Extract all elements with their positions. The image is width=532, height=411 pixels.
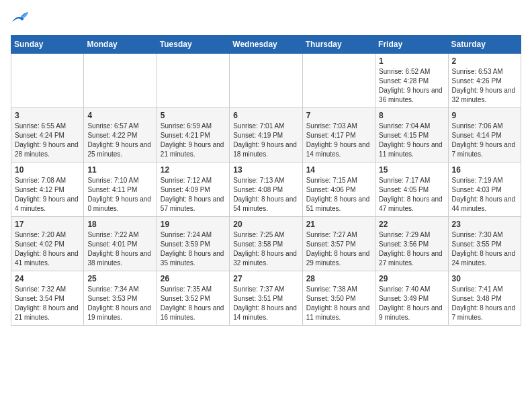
header-cell-saturday: Saturday: [448, 36, 521, 54]
day-cell: 25Sunrise: 7:34 AM Sunset: 3:53 PM Dayli…: [84, 271, 157, 326]
day-number: 21: [306, 220, 371, 229]
day-number: 4: [87, 111, 152, 120]
day-info: Sunrise: 7:22 AM Sunset: 4:01 PM Dayligh…: [87, 230, 152, 268]
day-cell: 21Sunrise: 7:27 AM Sunset: 3:57 PM Dayli…: [302, 217, 375, 271]
day-cell: 23Sunrise: 7:30 AM Sunset: 3:55 PM Dayli…: [448, 217, 521, 271]
page-header: [11, 11, 521, 27]
day-info: Sunrise: 7:01 AM Sunset: 4:19 PM Dayligh…: [233, 122, 298, 159]
day-number: 7: [306, 111, 371, 120]
day-cell: 26Sunrise: 7:35 AM Sunset: 3:52 PM Dayli…: [157, 271, 229, 326]
day-number: 30: [452, 274, 517, 283]
day-info: Sunrise: 7:37 AM Sunset: 3:51 PM Dayligh…: [233, 285, 298, 322]
day-cell: [157, 54, 229, 108]
day-cell: 10Sunrise: 7:08 AM Sunset: 4:12 PM Dayli…: [11, 163, 84, 217]
day-number: 3: [15, 111, 80, 120]
day-info: Sunrise: 7:08 AM Sunset: 4:12 PM Dayligh…: [15, 176, 80, 214]
day-info: Sunrise: 7:13 AM Sunset: 4:08 PM Dayligh…: [233, 176, 298, 214]
day-info: Sunrise: 7:04 AM Sunset: 4:15 PM Dayligh…: [379, 122, 444, 159]
day-cell: 9Sunrise: 7:06 AM Sunset: 4:14 PM Daylig…: [448, 108, 521, 163]
day-number: 19: [161, 220, 226, 229]
day-cell: 19Sunrise: 7:24 AM Sunset: 3:59 PM Dayli…: [157, 217, 229, 271]
day-cell: 28Sunrise: 7:38 AM Sunset: 3:50 PM Dayli…: [302, 271, 375, 326]
day-info: Sunrise: 7:29 AM Sunset: 3:56 PM Dayligh…: [379, 230, 444, 268]
day-number: 23: [452, 220, 517, 229]
day-number: 6: [233, 111, 298, 120]
day-info: Sunrise: 7:32 AM Sunset: 3:54 PM Dayligh…: [15, 285, 80, 322]
day-number: 25: [87, 274, 152, 283]
day-cell: 7Sunrise: 7:03 AM Sunset: 4:17 PM Daylig…: [302, 108, 375, 163]
day-info: Sunrise: 6:59 AM Sunset: 4:21 PM Dayligh…: [161, 122, 226, 159]
day-number: 11: [87, 165, 152, 175]
calendar-body: 1Sunrise: 6:52 AM Sunset: 4:28 PM Daylig…: [11, 54, 521, 326]
day-cell: 27Sunrise: 7:37 AM Sunset: 3:51 PM Dayli…: [230, 271, 302, 326]
day-cell: 15Sunrise: 7:17 AM Sunset: 4:05 PM Dayli…: [375, 163, 448, 217]
day-cell: [84, 54, 157, 108]
day-cell: 24Sunrise: 7:32 AM Sunset: 3:54 PM Dayli…: [11, 271, 84, 326]
day-cell: 17Sunrise: 7:20 AM Sunset: 4:02 PM Dayli…: [11, 217, 84, 271]
day-cell: 12Sunrise: 7:12 AM Sunset: 4:09 PM Dayli…: [157, 163, 229, 217]
day-info: Sunrise: 6:57 AM Sunset: 4:22 PM Dayligh…: [87, 122, 152, 159]
day-number: 22: [379, 220, 444, 229]
calendar-table: SundayMondayTuesdayWednesdayThursdayFrid…: [11, 35, 521, 326]
day-info: Sunrise: 7:35 AM Sunset: 3:52 PM Dayligh…: [161, 285, 226, 322]
day-number: 9: [452, 111, 517, 120]
day-info: Sunrise: 7:10 AM Sunset: 4:11 PM Dayligh…: [87, 176, 152, 214]
day-info: Sunrise: 7:24 AM Sunset: 3:59 PM Dayligh…: [161, 230, 226, 268]
week-row-3: 10Sunrise: 7:08 AM Sunset: 4:12 PM Dayli…: [11, 163, 521, 217]
day-info: Sunrise: 7:17 AM Sunset: 4:05 PM Dayligh…: [379, 176, 444, 214]
day-cell: 2Sunrise: 6:53 AM Sunset: 4:26 PM Daylig…: [448, 54, 521, 108]
day-number: 26: [161, 274, 226, 283]
day-number: 1: [379, 56, 444, 66]
logo: [11, 11, 32, 27]
week-row-2: 3Sunrise: 6:55 AM Sunset: 4:24 PM Daylig…: [11, 108, 521, 163]
day-info: Sunrise: 7:12 AM Sunset: 4:09 PM Dayligh…: [161, 176, 226, 214]
day-number: 8: [379, 111, 444, 120]
day-cell: 22Sunrise: 7:29 AM Sunset: 3:56 PM Dayli…: [375, 217, 448, 271]
day-cell: 3Sunrise: 6:55 AM Sunset: 4:24 PM Daylig…: [11, 108, 84, 163]
day-info: Sunrise: 7:19 AM Sunset: 4:03 PM Dayligh…: [452, 176, 517, 214]
day-number: 14: [306, 165, 371, 175]
day-info: Sunrise: 6:55 AM Sunset: 4:24 PM Dayligh…: [15, 122, 80, 159]
day-number: 17: [15, 220, 80, 229]
day-number: 10: [15, 165, 80, 175]
day-cell: 16Sunrise: 7:19 AM Sunset: 4:03 PM Dayli…: [448, 163, 521, 217]
day-info: Sunrise: 7:34 AM Sunset: 3:53 PM Dayligh…: [87, 285, 152, 322]
day-number: 13: [233, 165, 298, 175]
day-cell: 1Sunrise: 6:52 AM Sunset: 4:28 PM Daylig…: [375, 54, 448, 108]
day-cell: 13Sunrise: 7:13 AM Sunset: 4:08 PM Dayli…: [230, 163, 302, 217]
week-row-5: 24Sunrise: 7:32 AM Sunset: 3:54 PM Dayli…: [11, 271, 521, 326]
header-cell-sunday: Sunday: [11, 36, 84, 54]
header-cell-friday: Friday: [375, 36, 448, 54]
day-info: Sunrise: 7:25 AM Sunset: 3:58 PM Dayligh…: [233, 230, 298, 268]
logo-icon: [11, 11, 30, 27]
header-row: SundayMondayTuesdayWednesdayThursdayFrid…: [11, 36, 521, 54]
day-cell: 4Sunrise: 6:57 AM Sunset: 4:22 PM Daylig…: [84, 108, 157, 163]
day-cell: 20Sunrise: 7:25 AM Sunset: 3:58 PM Dayli…: [230, 217, 302, 271]
day-cell: 8Sunrise: 7:04 AM Sunset: 4:15 PM Daylig…: [375, 108, 448, 163]
day-info: Sunrise: 7:15 AM Sunset: 4:06 PM Dayligh…: [306, 176, 371, 214]
day-info: Sunrise: 6:53 AM Sunset: 4:26 PM Dayligh…: [452, 67, 517, 105]
header-cell-tuesday: Tuesday: [157, 36, 229, 54]
calendar-header: SundayMondayTuesdayWednesdayThursdayFrid…: [11, 36, 521, 54]
day-cell: 29Sunrise: 7:40 AM Sunset: 3:49 PM Dayli…: [375, 271, 448, 326]
day-info: Sunrise: 7:06 AM Sunset: 4:14 PM Dayligh…: [452, 122, 517, 159]
day-info: Sunrise: 7:41 AM Sunset: 3:48 PM Dayligh…: [452, 285, 517, 322]
day-cell: 18Sunrise: 7:22 AM Sunset: 4:01 PM Dayli…: [84, 217, 157, 271]
week-row-4: 17Sunrise: 7:20 AM Sunset: 4:02 PM Dayli…: [11, 217, 521, 271]
day-info: Sunrise: 7:40 AM Sunset: 3:49 PM Dayligh…: [379, 285, 444, 322]
day-info: Sunrise: 7:38 AM Sunset: 3:50 PM Dayligh…: [306, 285, 371, 322]
header-cell-monday: Monday: [84, 36, 157, 54]
day-number: 29: [379, 274, 444, 283]
day-cell: 30Sunrise: 7:41 AM Sunset: 3:48 PM Dayli…: [448, 271, 521, 326]
day-cell: [230, 54, 302, 108]
day-number: 2: [452, 56, 517, 66]
day-cell: 6Sunrise: 7:01 AM Sunset: 4:19 PM Daylig…: [230, 108, 302, 163]
day-number: 15: [379, 165, 444, 175]
day-number: 5: [161, 111, 226, 120]
day-info: Sunrise: 6:52 AM Sunset: 4:28 PM Dayligh…: [379, 67, 444, 105]
day-cell: 5Sunrise: 6:59 AM Sunset: 4:21 PM Daylig…: [157, 108, 229, 163]
day-cell: [11, 54, 84, 108]
day-cell: [302, 54, 375, 108]
day-info: Sunrise: 7:30 AM Sunset: 3:55 PM Dayligh…: [452, 230, 517, 268]
header-cell-thursday: Thursday: [302, 36, 375, 54]
